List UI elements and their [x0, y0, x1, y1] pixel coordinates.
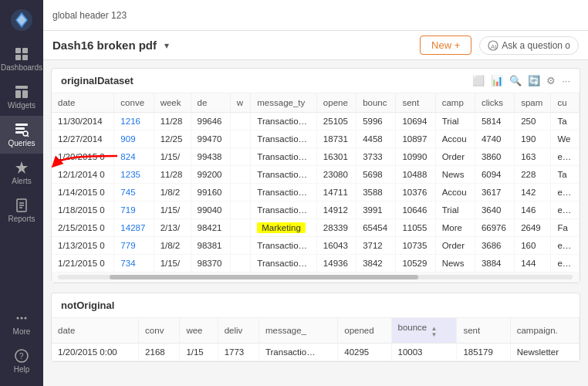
chart-icon[interactable]: 📊	[491, 75, 503, 86]
col-conve[interactable]: conve	[114, 93, 154, 113]
sort-icon: ▲▼	[431, 326, 437, 338]
col-message-ty[interactable]: message_ty	[251, 93, 317, 113]
sidebar-item-dashboards[interactable]: Dashboards	[0, 40, 43, 78]
filter-icon[interactable]: ⚙	[546, 75, 556, 86]
table-cell: 3842	[357, 255, 396, 273]
table-cell: 65454	[357, 219, 396, 237]
col-camp[interactable]: camp	[435, 93, 475, 113]
table-row: 11/30/2014121611/2899646Transactio…25105…	[52, 113, 580, 130]
table-cell: e…	[551, 201, 580, 219]
col2-message[interactable]: message_	[259, 318, 337, 344]
table-cell: 10488	[396, 166, 435, 184]
table-cell: 3860	[475, 148, 514, 166]
table-cell: 14912	[316, 201, 356, 219]
col-spam[interactable]: spam	[515, 93, 551, 113]
col-week[interactable]: week	[154, 93, 191, 113]
table-cell: 1773	[218, 344, 259, 361]
table-cell: Order	[435, 237, 475, 255]
table-cell: 16301	[316, 148, 356, 166]
search-icon[interactable]: 🔍	[509, 75, 522, 86]
scroll-bar-row	[52, 273, 580, 283]
table-cell[interactable]: 824	[114, 148, 154, 166]
more-icon[interactable]: ···	[562, 75, 570, 86]
col2-sent[interactable]: sent	[457, 318, 510, 344]
col-clicks[interactable]: clicks	[475, 93, 514, 113]
table-cell: 11/30/2014	[52, 113, 114, 130]
table-cell: 99470	[191, 130, 230, 148]
table-cell: 10376	[396, 184, 435, 201]
sidebar-item-help[interactable]: ? Help	[0, 342, 43, 380]
sidebar: Dashboards Widgets Queries Alerts Report…	[0, 0, 43, 386]
table-cell: Ta	[551, 113, 580, 130]
table-cell: 146	[515, 201, 551, 219]
col2-conv[interactable]: conv	[139, 318, 180, 344]
table-cell: 1/14/2015 0	[52, 184, 114, 201]
svg-rect-4	[22, 55, 28, 60]
col-w[interactable]: w	[230, 93, 250, 113]
table-cell[interactable]: 14287	[114, 219, 154, 237]
table-cell[interactable]: 734	[114, 255, 154, 273]
table-cell: 5996	[357, 113, 396, 130]
new-button[interactable]: New +	[420, 36, 471, 55]
table-cell: 2649	[515, 219, 551, 237]
table-cell	[230, 113, 250, 130]
table-cell: 28339	[316, 219, 356, 237]
col2-bounce[interactable]: bounce ▲▼	[391, 318, 457, 344]
col2-date[interactable]: date	[52, 318, 139, 344]
svg-point-11	[23, 131, 28, 136]
table-cell: e…	[551, 148, 580, 166]
table-row: 1/14/2015 07451/8/299160Transactio…14711…	[52, 184, 580, 201]
sidebar-item-alerts[interactable]: Alerts	[0, 154, 43, 191]
dataset-toolbar-icons: ⬜ 📊 🔍 🔄 ⚙ ···	[472, 75, 570, 86]
table-cell: 10003	[391, 344, 457, 361]
col2-wee[interactable]: wee	[180, 318, 218, 344]
col2-opened[interactable]: opened	[338, 318, 391, 344]
sidebar-item-reports[interactable]: Reports	[0, 191, 43, 229]
col-bounc[interactable]: bounc	[357, 93, 396, 113]
dropdown-arrow-icon[interactable]: ▾	[164, 40, 169, 51]
table-row: 1/13/2015 07791/8/298381Transactio…16043…	[52, 237, 580, 255]
logo[interactable]	[8, 6, 35, 34]
table-cell[interactable]: 1216	[114, 113, 154, 130]
svg-rect-9	[15, 127, 25, 130]
col-date[interactable]: date	[52, 93, 114, 113]
table-cell[interactable]: 719	[114, 201, 154, 219]
table-cell[interactable]: 909	[114, 130, 154, 148]
global-header: global header 123	[43, 0, 588, 31]
col-cu[interactable]: cu	[551, 93, 580, 113]
table-cell: 12/1/2014 0	[52, 166, 114, 184]
table-cell: 16043	[316, 237, 356, 255]
table-cell: Transactio…	[259, 344, 337, 361]
table-cell: 1/13/2015 0	[52, 237, 114, 255]
table-cell[interactable]: 745	[114, 184, 154, 201]
ask-question-label: Ask a question o	[502, 40, 570, 51]
table-cell: 1/15/	[154, 148, 191, 166]
col-opene[interactable]: opene	[316, 93, 356, 113]
table-cell: 66976	[475, 219, 514, 237]
table-cell: 10529	[396, 255, 435, 273]
table-cell: Transactio…	[251, 201, 317, 219]
table-cell	[230, 130, 250, 148]
col2-deliv[interactable]: deliv	[218, 318, 259, 344]
refresh-icon[interactable]: 🔄	[528, 75, 540, 86]
col-sent[interactable]: sent	[396, 93, 435, 113]
table-cell: Transactio…	[251, 113, 317, 130]
sidebar-item-widgets[interactable]: Widgets	[0, 78, 43, 116]
table-cell[interactable]: 779	[114, 237, 154, 255]
table-cell: 3733	[357, 148, 396, 166]
content-area: originalDataset ⬜ 📊 🔍 🔄 ⚙ ··· date conve	[43, 60, 588, 386]
table-cell: Order	[435, 148, 475, 166]
export-icon[interactable]: ⬜	[472, 75, 485, 86]
table-cell: 12/25	[154, 130, 191, 148]
sidebar-item-more[interactable]: More	[0, 304, 43, 342]
not-original-dataset-title: notOriginal	[61, 300, 570, 311]
ask-question-button[interactable]: AI Ask a question o	[479, 36, 579, 55]
table-cell: 144	[515, 255, 551, 273]
table-cell: 1/8/2	[154, 237, 191, 255]
table-cell: 99200	[191, 166, 230, 184]
table-cell[interactable]: 1235	[114, 166, 154, 184]
sidebar-item-queries[interactable]: Queries	[0, 116, 43, 154]
col-de[interactable]: de	[191, 93, 230, 113]
col2-campaign[interactable]: campaign.	[510, 318, 579, 344]
table-cell: 10646	[396, 201, 435, 219]
